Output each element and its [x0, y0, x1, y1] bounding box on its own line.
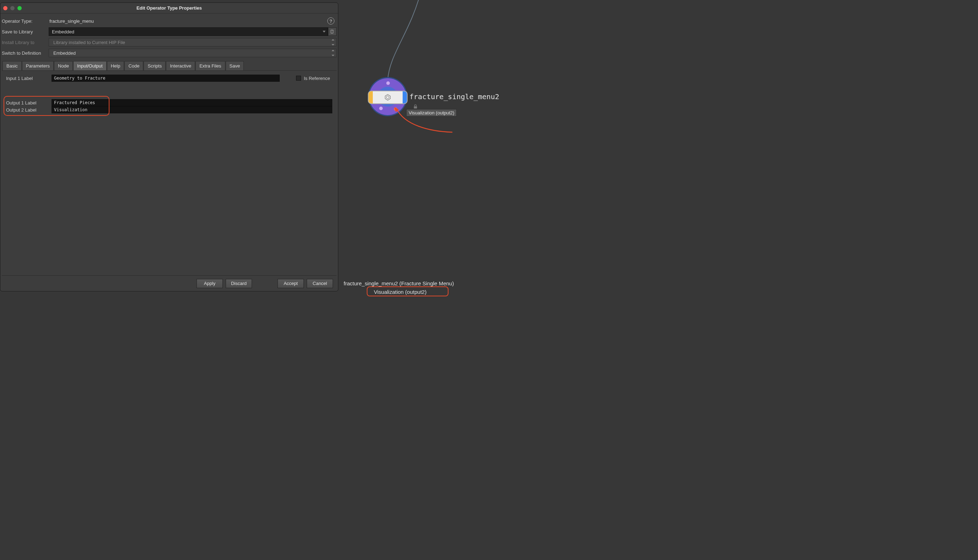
tab-save[interactable]: Save	[226, 61, 244, 70]
tabs: Basic Parameters Node Input/Output Help …	[2, 61, 337, 70]
tab-parameters[interactable]: Parameters	[22, 61, 54, 70]
switch-definition-row: Switch to Definition Embedded	[2, 48, 337, 58]
output2-row: Output 2 Label Visualization	[4, 106, 335, 113]
dialog-edit-operator-type: Edit Operator Type Properties Operator T…	[0, 2, 338, 292]
spinner-icon	[332, 50, 335, 56]
apply-button[interactable]: Apply	[197, 279, 223, 288]
output2-label: Output 2 Label	[4, 107, 52, 113]
tab-code[interactable]: Code	[124, 61, 143, 70]
input1-value: Geometry to Fracture	[54, 76, 105, 81]
status-line-1: fracture_single_menu2 (Fracture Single M…	[344, 280, 454, 287]
output1-value: Fractured Pieces	[54, 100, 95, 105]
input1-field[interactable]: Geometry to Fracture	[52, 75, 280, 82]
tab-help[interactable]: Help	[107, 61, 124, 70]
dialog-footer: Apply Discard Accept Cancel	[2, 275, 337, 291]
svg-rect-3	[414, 106, 417, 108]
accept-button[interactable]: Accept	[278, 279, 304, 288]
input1-row: Input 1 Label Geometry to Fracture Is Re…	[4, 74, 335, 82]
install-library-row: Install Library to Library installed to …	[2, 37, 337, 48]
node-label: fracture_single_menu2	[410, 92, 499, 101]
input1-label: Input 1 Label	[4, 76, 52, 81]
tab-scripts[interactable]: Scripts	[143, 61, 166, 70]
tab-body: Input 1 Label Geometry to Fracture Is Re…	[2, 70, 337, 275]
node-body[interactable]	[368, 91, 407, 103]
install-library-field: Library installed to Current HIP File	[49, 38, 337, 47]
save-to-library-row: Save to Library Embedded	[2, 26, 337, 37]
switch-definition-value: Embedded	[53, 50, 76, 56]
window-title: Edit Operator Type Properties	[0, 5, 338, 11]
chevron-down-icon	[323, 31, 325, 33]
output-group: Output 1 Label Fractured Pieces Output 2…	[4, 99, 335, 113]
svg-rect-0	[331, 30, 333, 33]
save-to-library-label: Save to Library	[2, 29, 49, 35]
cancel-button[interactable]: Cancel	[307, 279, 333, 288]
output1-row: Output 1 Label Fractured Pieces	[4, 99, 335, 106]
operator-type-label: Operator Type:	[2, 18, 49, 24]
node-output2-dot[interactable]	[394, 107, 397, 111]
node-flag-right[interactable]	[403, 91, 407, 103]
output2-field[interactable]: Visualization	[52, 106, 332, 113]
titlebar: Edit Operator Type Properties	[0, 3, 338, 13]
tab-node[interactable]: Node	[54, 61, 73, 70]
tab-basic[interactable]: Basic	[2, 61, 22, 70]
network-view[interactable]: fracture_single_menu2 Visualization (out…	[338, 0, 517, 296]
status-line-2: Visualization (output2)	[374, 289, 427, 295]
is-reference-checkbox[interactable]	[296, 76, 301, 81]
switch-definition-dropdown[interactable]: Embedded	[49, 49, 337, 57]
output-tooltip: Visualization (output2)	[406, 109, 457, 117]
operator-type-row: Operator Type: fracture_single_menu ?	[2, 16, 337, 26]
output2-value: Visualization	[54, 107, 87, 112]
svg-marker-1	[385, 95, 391, 100]
fracture-icon	[384, 93, 392, 101]
svg-marker-2	[386, 96, 389, 99]
output1-field[interactable]: Fractured Pieces	[52, 99, 332, 106]
install-library-label: Install Library to	[2, 40, 49, 45]
wire-input	[368, 0, 432, 82]
library-browse-button[interactable]	[328, 27, 337, 36]
spinner-icon	[332, 39, 335, 45]
save-to-library-value: Embedded	[52, 29, 74, 35]
tab-input-output[interactable]: Input/Output	[73, 61, 107, 70]
help-icon[interactable]: ?	[327, 17, 335, 25]
lock-icon	[413, 104, 418, 109]
output1-label: Output 1 Label	[4, 100, 52, 105]
discard-button[interactable]: Discard	[226, 279, 252, 288]
tab-interactive[interactable]: Interactive	[166, 61, 195, 70]
node-input-dot[interactable]	[386, 82, 390, 85]
node-flag-left[interactable]	[368, 91, 373, 103]
node-output1-dot[interactable]	[379, 107, 383, 110]
install-library-value: Library installed to Current HIP File	[53, 40, 125, 45]
file-icon	[330, 30, 335, 34]
tab-extra-files[interactable]: Extra Files	[195, 61, 225, 70]
switch-definition-label: Switch to Definition	[2, 50, 49, 56]
is-reference-row: Is Reference	[296, 76, 330, 81]
is-reference-label: Is Reference	[304, 76, 330, 81]
save-to-library-dropdown[interactable]: Embedded	[49, 27, 328, 36]
operator-type-value: fracture_single_menu	[49, 18, 94, 24]
